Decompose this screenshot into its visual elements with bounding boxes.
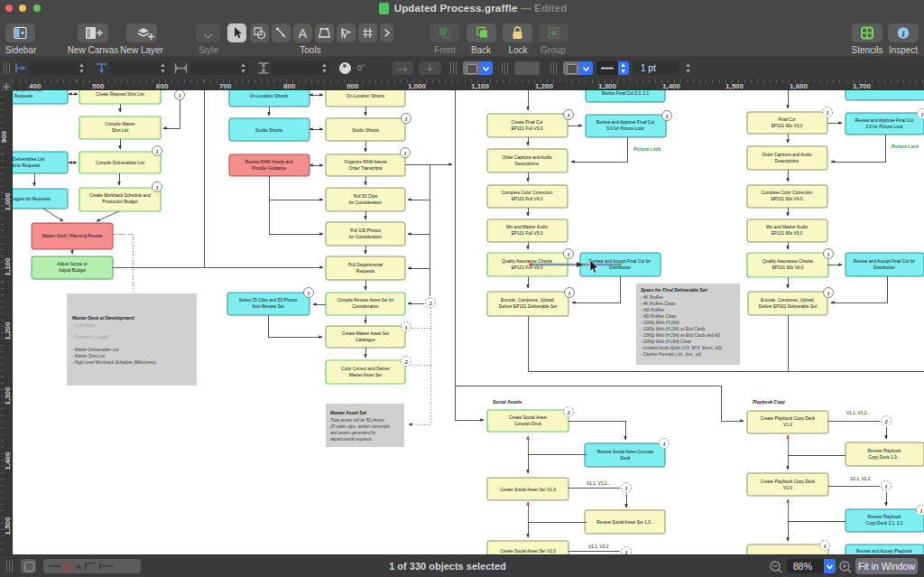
svg-text:A: A bbox=[299, 26, 308, 41]
svg-text:Catalogue: Catalogue bbox=[356, 338, 375, 342]
svg-text:against Requests: against Requests bbox=[13, 163, 41, 168]
svg-text:V1.1, V1.2...: V1.1, V1.2... bbox=[587, 481, 610, 486]
svg-text:Compile Review Asset Set for: Compile Review Asset Set for bbox=[337, 298, 394, 302]
svg-text:Descriptions: Descriptions bbox=[515, 162, 540, 166]
svg-text:1: 1 bbox=[920, 111, 923, 117]
svg-text:1: 1 bbox=[567, 251, 569, 257]
svg-text:Encode, Compress, Upload,: Encode, Compress, Upload, bbox=[761, 298, 815, 302]
svg-text:Select 25 Clips and 50 Photos: Select 25 Clips and 50 Photos bbox=[239, 298, 298, 302]
svg-text:1: 1 bbox=[665, 113, 668, 119]
svg-text:- Caption Formats (.srt, .itml: - Caption Formats (.srt, .itml, .vtt) bbox=[641, 352, 702, 357]
svg-text:3.0 for Picture Lock: 3.0 for Picture Lock bbox=[865, 125, 903, 129]
svg-text:Order Captions and Audio: Order Captions and Audio bbox=[762, 153, 812, 157]
svg-text:for Consideration: for Consideration bbox=[349, 200, 383, 205]
svg-text:Concept Deck: Concept Deck bbox=[514, 422, 542, 426]
svg-text:- HD ProRes Clean: - HD ProRes Clean bbox=[641, 314, 677, 319]
svg-text:Quality Assurance Checks: Quality Assurance Checks bbox=[762, 259, 814, 264]
svg-text:Create Final Cut: Create Final Cut bbox=[512, 120, 544, 125]
svg-text:Complete Color Correction: Complete Color Correction bbox=[762, 191, 813, 195]
svg-text:On-Location Shoots: On-Location Shoots bbox=[346, 94, 385, 98]
svg-text:Review and Accept Playbook: Review and Accept Playbook bbox=[856, 549, 912, 554]
svg-text:1: 1 bbox=[404, 116, 407, 122]
svg-text:Encode, Compress, Upload,: Encode, Compress, Upload, bbox=[501, 298, 555, 302]
svg-text:- 1080p Web (H.264) w/ End Car: - 1080p Web (H.264) w/ End Cards bbox=[641, 327, 706, 331]
svg-text:1: 1 bbox=[307, 290, 310, 296]
svg-text:Specs for Final Deliverable Se: Specs for Final Deliverable Set: bbox=[641, 287, 708, 293]
svg-text:Review Social Asset Set 1.0...: Review Social Asset Set 1.0... bbox=[596, 520, 654, 525]
svg-text:Review Playbook: Review Playbook bbox=[868, 515, 901, 519]
svg-text:Adjust Scope or: Adjust Scope or bbox=[57, 262, 88, 266]
svg-text:EP101 60s V6.0: EP101 60s V6.0 bbox=[772, 265, 804, 270]
svg-text:Review and Approve Final Cut: Review and Approve Final Cut bbox=[855, 118, 914, 123]
svg-text:Copy Deck 1.0...: Copy Deck 1.0... bbox=[868, 455, 900, 460]
svg-text:Review RAW Assets and: Review RAW Assets and bbox=[245, 160, 293, 164]
svg-text:1: 1 bbox=[884, 483, 887, 489]
svg-text:1: 1 bbox=[919, 507, 922, 514]
svg-text:from Review Set: from Review Set bbox=[252, 304, 284, 309]
svg-text:- 4K ProRes Clean: - 4K ProRes Clean bbox=[641, 302, 676, 306]
svg-text:Deck: Deck bbox=[621, 456, 632, 461]
svg-text:- High Level Workback Schedule: - High Level Workback Schedule (Mileston… bbox=[72, 360, 156, 365]
svg-text:EP101 Full V4.0: EP101 Full V4.0 bbox=[512, 197, 543, 201]
svg-text:- Isolated Audio Splits (VO, S: - Isolated Audio Splits (VO, SFX, Music,… bbox=[641, 346, 723, 350]
svg-text:Create Social Asset Set V1.0: Create Social Asset Set V1.0 bbox=[500, 488, 556, 492]
svg-text:Create Request Shot List: Create Request Shot List bbox=[96, 92, 144, 97]
svg-text:Final Cut: Final Cut bbox=[778, 117, 796, 122]
svg-text:Copy Deck 2.1, 2.2: Copy Deck 2.1, 2.2 bbox=[866, 521, 903, 526]
svg-text:Review and Accept Final Cut fo: Review and Accept Final Cut for bbox=[854, 259, 916, 264]
svg-text:Color Correct and Deliver: Color Correct and Deliver bbox=[341, 367, 391, 371]
svg-text:Master Asset Set: Master Asset Set bbox=[330, 410, 366, 415]
svg-text:Create Playbook Copy Deck: Create Playbook Copy Deck bbox=[761, 479, 816, 484]
svg-text:1: 1 bbox=[403, 150, 406, 156]
svg-text:On-Location Shoots: On-Location Shoots bbox=[250, 94, 289, 98]
svg-text:Create Budgets for Requests: Create Budgets for Requests bbox=[13, 197, 51, 201]
svg-text:- Master Deliverables List: - Master Deliverables List bbox=[72, 348, 120, 352]
svg-text:Provide Guidance: Provide Guidance bbox=[252, 166, 286, 171]
svg-text:V1.1, V1.2...: V1.1, V1.2... bbox=[846, 411, 870, 415]
svg-text:Requests: Requests bbox=[356, 269, 375, 274]
svg-text:Picture Lock: Picture Lock bbox=[633, 146, 661, 152]
svg-text:Create Workback Schedule and: Create Workback Schedule and bbox=[89, 193, 151, 198]
svg-text:EP101 Full V6.0: EP101 Full V6.0 bbox=[512, 265, 543, 270]
svg-text:1: 1 bbox=[567, 112, 569, 118]
svg-text:Deliver EP101 Deliverable Set: Deliver EP101 Deliverable Set bbox=[759, 304, 818, 309]
svg-text:Playbook Copy: Playbook Copy bbox=[753, 399, 785, 405]
svg-text:V2.0: V2.0 bbox=[783, 486, 792, 490]
svg-text:- Master Shot List: - Master Shot List bbox=[72, 354, 106, 358]
svg-text:- HD ProRes: - HD ProRes bbox=[641, 308, 665, 312]
svg-text:25 video clips, written transc: 25 video clips, written transcripts bbox=[329, 424, 391, 429]
svg-text:1: 1 bbox=[662, 441, 665, 447]
svg-text:1: 1 bbox=[826, 109, 828, 116]
svg-text:Review Social Asset Concept: Review Social Asset Concept bbox=[597, 450, 654, 454]
svg-text:1: 1 bbox=[155, 148, 158, 154]
svg-text:Create Social Asset: Create Social Asset bbox=[509, 415, 548, 420]
svg-text:EP101 60s V5.0: EP101 60s V5.0 bbox=[772, 231, 803, 236]
svg-text:- 1080p Web (H.264): - 1080p Web (H.264) bbox=[641, 321, 679, 325]
svg-text:Complete Color Correction: Complete Color Correction bbox=[502, 191, 553, 195]
svg-text:1: 1 bbox=[155, 184, 158, 191]
svg-text:Mix and Master Audio: Mix and Master Audio bbox=[506, 225, 548, 229]
svg-text:- 1080p Web (H.264) w/ End Car: - 1080p Web (H.264) w/ End Cards and AD bbox=[641, 333, 721, 338]
svg-text:Social Assets: Social Assets bbox=[493, 399, 522, 405]
svg-text:3.0 for Picture Lock: 3.0 for Picture Lock bbox=[606, 126, 644, 131]
svg-text:Revise Final Cut 2.0, 2.1: Revise Final Cut 2.0, 2.1 bbox=[602, 91, 650, 96]
svg-text:Master Deck at Development:: Master Deck at Development: bbox=[72, 315, 135, 321]
svg-text:1: 1 bbox=[827, 251, 829, 257]
svg-text:1: 1 bbox=[568, 290, 570, 296]
svg-text:Organize RAW Assets: Organize RAW Assets bbox=[344, 160, 387, 164]
svg-text:Total assets will be 50 photos: Total assets will be 50 photos, bbox=[330, 418, 385, 423]
svg-text:Adjust Budget: Adjust Budget bbox=[59, 268, 87, 273]
svg-text:Create Social Asset Set V2.0: Create Social Asset Set V2.0 bbox=[500, 549, 556, 554]
svg-text:1: 1 bbox=[823, 543, 826, 549]
svg-text:- 1080p Web (H.264) Clean: - 1080p Web (H.264) Clean bbox=[641, 340, 692, 344]
svg-text:Shot List: Shot List bbox=[112, 128, 129, 133]
svg-text:Deliver EP101 Deliverable Set: Deliver EP101 Deliverable Set bbox=[499, 304, 558, 309]
svg-text:Pull 100 Photos: Pull 100 Photos bbox=[350, 228, 381, 233]
svg-text:V1.0: V1.0 bbox=[783, 423, 792, 427]
svg-text:EP101 Full V5.0: EP101 Full V5.0 bbox=[512, 231, 543, 236]
svg-text:EP101 60s V4.0: EP101 60s V4.0 bbox=[772, 197, 803, 201]
svg-text:Order Transcripts: Order Transcripts bbox=[348, 166, 383, 171]
svg-text:Master Deck / Planning Review: Master Deck / Planning Review bbox=[42, 234, 103, 238]
svg-text:Data Deliverables List: Data Deliverables List bbox=[13, 157, 45, 162]
svg-text:Quality Assurance Checks: Quality Assurance Checks bbox=[502, 259, 553, 264]
